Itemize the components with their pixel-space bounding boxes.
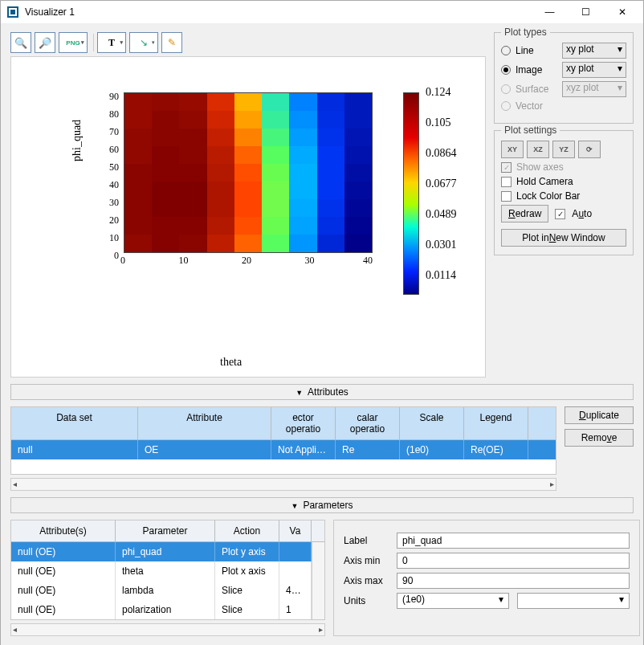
- column-header[interactable]: Scale: [400, 407, 464, 439]
- image-plot-select[interactable]: xy plot ▾: [562, 62, 626, 78]
- radio-line[interactable]: [501, 46, 511, 55]
- table-row[interactable]: nullOENot ApplicableRe(1e0)Re(OE): [11, 440, 556, 459]
- table-row[interactable]: null (OE)thetaPlot x axis: [11, 561, 312, 581]
- table-row[interactable]: null (OE)phi_quadPlot y axis: [11, 542, 312, 561]
- surface-plot-select: xyz plot ▾: [562, 81, 626, 97]
- view-yz-button[interactable]: YZ: [552, 141, 575, 158]
- cell: Not Applicable: [271, 440, 336, 459]
- cell: null (OE): [11, 600, 116, 619]
- parameter-form: Label Axis min Axis max Units (1e0)▾ ▾: [333, 520, 640, 636]
- maximize-button[interactable]: ☐: [568, 1, 604, 23]
- auto-checkbox[interactable]: ✓: [555, 209, 565, 219]
- radio-surface: [501, 84, 511, 94]
- edit-icon[interactable]: ✎: [161, 32, 182, 53]
- auto-label: Auto: [572, 208, 592, 219]
- view-xy-button[interactable]: XY: [501, 141, 524, 158]
- cell: null: [11, 440, 138, 459]
- column-header[interactable]: calar operatio: [336, 407, 400, 439]
- radio-vector-label: Vector: [516, 100, 557, 112]
- cell: Plot x axis: [215, 561, 279, 581]
- parameters-hscroll[interactable]: ◂▸: [10, 623, 325, 636]
- cell: null (OE): [11, 581, 116, 600]
- attributes-expander[interactable]: ▼Attributes: [10, 384, 634, 400]
- units-select[interactable]: (1e0)▾: [397, 593, 509, 609]
- heatmap: [124, 92, 373, 253]
- hold-camera-label: Hold Camera: [516, 176, 573, 187]
- x-ticks: 010203040: [124, 255, 373, 267]
- y-axis-label: phi_quad: [71, 120, 84, 161]
- cell: Slice: [215, 581, 279, 600]
- units-label: Units: [344, 595, 389, 606]
- column-header[interactable]: ector operatio: [271, 407, 336, 439]
- axis-max-input[interactable]: [397, 573, 630, 589]
- cell: Slice: [215, 600, 279, 619]
- colorbar: [403, 92, 419, 295]
- remove-button[interactable]: Remove: [565, 429, 634, 447]
- y-ticks: 9080706050403020100: [100, 88, 119, 256]
- radio-vector: [501, 101, 511, 111]
- table-row[interactable]: null (OE)polarizationSlice1: [11, 600, 312, 619]
- window-title: Visualizer 1: [25, 6, 532, 18]
- lock-colorbar-checkbox[interactable]: [501, 191, 512, 202]
- plot-settings-legend: Plot settings: [501, 125, 560, 136]
- axis-min-input[interactable]: [397, 553, 630, 569]
- cell: theta: [116, 561, 215, 581]
- zoom-icon[interactable]: 🔍: [10, 32, 31, 53]
- label-label: Label: [344, 535, 389, 546]
- column-header[interactable]: Legend: [464, 407, 528, 439]
- cell: 4e-07: [279, 581, 312, 600]
- cell: [279, 561, 312, 581]
- attributes-hscroll[interactable]: ◂▸: [10, 478, 556, 491]
- hold-camera-checkbox[interactable]: [501, 177, 512, 187]
- annotate-arrow-button[interactable]: ↘: [129, 32, 158, 53]
- radio-line-label: Line: [516, 45, 557, 56]
- column-header[interactable]: Va: [279, 520, 312, 541]
- label-input[interactable]: [397, 533, 630, 549]
- plot-toolbar: 🔍 🔎 PNG T ↘ ✎: [10, 32, 486, 53]
- close-button[interactable]: ✕: [604, 1, 640, 23]
- axis-max-label: Axis max: [344, 575, 389, 586]
- cell: 1: [279, 600, 312, 619]
- plot-new-window-button[interactable]: Plot in New Window: [501, 229, 626, 247]
- column-header[interactable]: Action: [215, 520, 279, 541]
- parameters-expander[interactable]: ▼Parameters: [10, 497, 634, 513]
- parameters-table: Attribute(s)ParameterActionVa null (OE)p…: [10, 520, 325, 620]
- cell: null (OE): [11, 561, 116, 581]
- column-header[interactable]: Attribute: [138, 407, 271, 439]
- minimize-button[interactable]: —: [532, 1, 568, 23]
- line-plot-select[interactable]: xy plot ▾: [562, 43, 626, 59]
- x-axis-label: theta: [220, 356, 242, 369]
- attributes-table: Data setAttributeector operatiocalar ope…: [10, 406, 556, 475]
- plot-canvas[interactable]: phi_quad 9080706050403020100 010203040 0…: [10, 56, 486, 378]
- units-select-2[interactable]: ▾: [517, 593, 630, 609]
- export-png-button[interactable]: PNG: [59, 32, 88, 53]
- cell: Re: [336, 440, 400, 459]
- radio-image[interactable]: [501, 65, 511, 75]
- cell: polarization: [116, 600, 215, 619]
- redraw-button[interactable]: Redraw: [501, 205, 548, 222]
- cell: Re(OE): [464, 440, 528, 459]
- plot-types-group: Plot types Line xy plot ▾ Image xy plot …: [494, 32, 634, 124]
- cell: OE: [138, 440, 271, 459]
- colorbar-ticks: 0.1240.1050.08640.06770.04890.03010.0114: [426, 86, 457, 300]
- cell: [279, 542, 312, 561]
- column-header[interactable]: Data set: [11, 407, 138, 439]
- view-xz-button[interactable]: XZ: [527, 141, 549, 158]
- axis-min-label: Axis min: [344, 555, 389, 566]
- table-row[interactable]: null (OE)lambdaSlice4e-07: [11, 581, 312, 600]
- radio-image-label: Image: [516, 64, 557, 76]
- cell: Plot y axis: [215, 542, 279, 561]
- cell: null (OE): [11, 542, 116, 561]
- cell: (1e0): [400, 440, 464, 459]
- plot-types-legend: Plot types: [501, 27, 550, 38]
- column-header[interactable]: Attribute(s): [11, 520, 116, 541]
- plot-settings-group: Plot settings XY XZ YZ ⟳ ✓Show axes Hold…: [494, 130, 634, 255]
- zoom-reset-icon[interactable]: 🔎: [35, 32, 55, 53]
- duplicate-button[interactable]: Duplicate: [565, 406, 634, 424]
- text-tool-button[interactable]: T: [97, 32, 126, 53]
- show-axes-label: Show axes: [516, 161, 564, 173]
- column-header[interactable]: Parameter: [116, 520, 215, 541]
- view-reset-button[interactable]: ⟳: [578, 141, 601, 158]
- radio-surface-label: Surface: [516, 84, 557, 95]
- parameters-vscroll[interactable]: [312, 542, 324, 619]
